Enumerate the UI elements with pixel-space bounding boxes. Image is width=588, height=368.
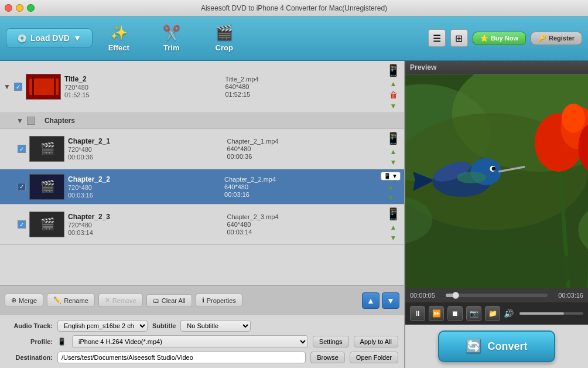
chapter1-device-icon[interactable]: 📱	[386, 131, 401, 145]
merge-button[interactable]: ⊕ Merge	[5, 294, 43, 307]
main-file-checkbox[interactable]: ✓	[14, 83, 22, 91]
subtitle-label: Subtitle	[152, 322, 176, 329]
dropdown-arrow-icon: ▼	[73, 33, 81, 43]
chapter2-checkbox[interactable]: ✓	[18, 183, 26, 191]
title-bar: Aiseesoft DVD to iPhone 4 Converter for …	[0, 0, 588, 16]
fast-forward-button[interactable]: ⏩	[429, 306, 444, 321]
chapter2-up-icon[interactable]: ▲	[387, 183, 394, 191]
profile-device-icon: 📱	[57, 338, 66, 346]
svg-rect-2	[32, 77, 34, 97]
settings-button[interactable]: Settings	[313, 336, 349, 347]
chapters-checkbox[interactable]	[27, 117, 35, 125]
main-file-info: Title_2 720*480 01:52:15	[64, 75, 222, 98]
chapters-expand-icon[interactable]: ▼	[16, 117, 23, 125]
preview-video	[405, 74, 588, 288]
destination-row: Destination: Browse Open Folder	[6, 352, 398, 363]
profile-row: Profile: 📱 iPhone 4 H.264 Video(*.mp4) S…	[6, 335, 398, 348]
player-controls: ⏸ ⏩ ⏹ 📷 📁 🔊	[405, 302, 588, 325]
subtitle-select[interactable]: No Subtitle	[180, 320, 251, 332]
chapter3-up-icon[interactable]: ▲	[390, 223, 397, 231]
buy-now-button[interactable]: ⭐ Buy Now	[473, 32, 526, 45]
destination-input[interactable]	[57, 352, 306, 363]
chapter1-checkbox[interactable]: ✓	[18, 145, 26, 153]
delete-icon[interactable]: 🗑	[389, 90, 398, 100]
pause-button[interactable]: ⏸	[410, 306, 425, 321]
svg-text:🎬: 🎬	[40, 217, 55, 231]
right-panel: Preview	[405, 61, 588, 368]
thumbnail-image	[26, 74, 60, 100]
device-icon[interactable]: 📱	[386, 63, 401, 77]
maximize-button[interactable]	[27, 4, 35, 12]
time-start: 00:00:05	[410, 292, 442, 299]
minimize-button[interactable]	[16, 4, 23, 12]
chapter1-down-icon[interactable]: ▼	[390, 158, 397, 166]
effect-button[interactable]: ✨ Effect	[93, 20, 145, 57]
load-dvd-button[interactable]: 💿 Load DVD ▼	[6, 28, 93, 48]
chapter-row-3[interactable]: ✓ 🎬 Chapter_2_3 720*480 00:03:14 Chapter…	[0, 205, 404, 245]
chapter-row-2[interactable]: ✓ 🎬 Chapter_2_2 720*480 00:03:16 Chapter…	[0, 169, 404, 205]
main-file-output: Title_2.mp4 640*480 01:52:15	[225, 76, 382, 98]
dropdown-chevron-icon: ▼	[392, 173, 398, 179]
chapter2-output: Chapter_2_2.mp4 640*480 00:03:16	[224, 176, 377, 198]
chapter3-checkbox[interactable]: ✓	[18, 220, 26, 229]
progress-bar[interactable]	[446, 294, 548, 297]
close-button[interactable]	[5, 4, 12, 12]
down-arrow-icon[interactable]: ▼	[390, 102, 397, 110]
chapter3-down-icon[interactable]: ▼	[390, 234, 397, 242]
volume-slider[interactable]	[519, 312, 583, 315]
profile-select[interactable]: iPhone 4 H.264 Video(*.mp4)	[72, 335, 308, 348]
stop-button[interactable]: ⏹	[447, 306, 463, 321]
reorder-nav: ▲ ▼	[362, 292, 399, 309]
open-folder-button[interactable]: Open Folder	[350, 352, 398, 363]
convert-icon: 🔄	[466, 339, 481, 354]
chapter1-output: Chapter_2_1.mp4 640*480 00:00:36	[227, 138, 383, 160]
chapter3-output: Chapter_2_3.mp4 640*480 00:03:14	[227, 213, 383, 236]
volume-icon: 🔊	[504, 309, 514, 318]
pencil-icon: ✏️	[53, 297, 61, 304]
convert-button[interactable]: 🔄 Convert	[438, 330, 555, 362]
action-bar: ⊕ Merge ✏️ Rename ✕ Remove 🗂 Clear All ℹ…	[0, 285, 404, 315]
grid-view-button[interactable]: ⊞	[450, 29, 468, 47]
toolbar-right: ☰ ⊞ ⭐ Buy Now 🔑 Register	[428, 29, 582, 47]
chapter3-actions: 📱 ▲ ▼	[386, 207, 401, 242]
chapter2-thumbnail: 🎬	[29, 174, 64, 200]
clear-icon: 🗂	[153, 297, 159, 304]
window-title: Aiseesoft DVD to iPhone 4 Converter for …	[201, 4, 387, 12]
left-panel: ▼ ✓ Title_2 720*480 01:52:15 Titl	[0, 61, 405, 368]
preview-image	[405, 74, 588, 288]
chapter-row-1[interactable]: ✓ 🎬 Chapter_2_1 720*480 00:00:36 Chapter…	[0, 129, 404, 169]
expand-icon[interactable]: ▼	[4, 83, 11, 91]
file-list: ▼ ✓ Title_2 720*480 01:52:15 Titl	[0, 61, 404, 285]
chapter3-device-icon[interactable]: 📱	[386, 207, 401, 221]
main-file-thumbnail	[26, 74, 61, 100]
move-up-button[interactable]: ▲	[362, 292, 380, 309]
trim-button[interactable]: ✂️ Trim	[145, 20, 198, 57]
rename-button[interactable]: ✏️ Rename	[47, 294, 95, 307]
clear-all-button[interactable]: 🗂 Clear All	[146, 294, 192, 307]
toolbar: 💿 Load DVD ▼ ✨ Effect ✂️ Trim 🎬 Crop ☰ ⊞…	[0, 16, 588, 61]
chapter2-device-dropdown[interactable]: 📱 ▼	[381, 172, 401, 180]
up-arrow-icon[interactable]: ▲	[390, 80, 397, 88]
properties-button[interactable]: ℹ Properties	[196, 294, 242, 307]
folder-button[interactable]: 📁	[485, 306, 500, 321]
chapters-header[interactable]: ▼ Chapters	[0, 113, 404, 129]
apply-to-all-button[interactable]: Apply to All	[354, 336, 398, 347]
remove-button[interactable]: ✕ Remove	[98, 294, 143, 307]
progress-thumb[interactable]	[452, 292, 459, 299]
move-down-button[interactable]: ▼	[382, 292, 399, 309]
register-button[interactable]: 🔑 Register	[531, 32, 582, 45]
merge-icon: ⊕	[11, 297, 16, 304]
screenshot-button[interactable]: 📷	[466, 306, 481, 321]
main-file-actions: 📱 ▲ 🗑 ▼	[386, 63, 401, 110]
svg-point-27	[457, 172, 486, 183]
chapter2-down-icon[interactable]: ▼	[387, 193, 394, 202]
svg-point-19	[562, 104, 585, 133]
key-icon: 🔑	[538, 35, 546, 42]
chapter1-up-icon[interactable]: ▲	[390, 148, 397, 156]
main-file-row[interactable]: ▼ ✓ Title_2 720*480 01:52:15 Titl	[0, 61, 404, 113]
audio-track-select[interactable]: English pcm_s16be 2 ch	[57, 320, 148, 332]
browse-button[interactable]: Browse	[310, 352, 345, 363]
preview-title: Preview	[405, 61, 588, 74]
list-view-button[interactable]: ☰	[428, 29, 446, 47]
crop-button[interactable]: 🎬 Crop	[198, 20, 251, 57]
